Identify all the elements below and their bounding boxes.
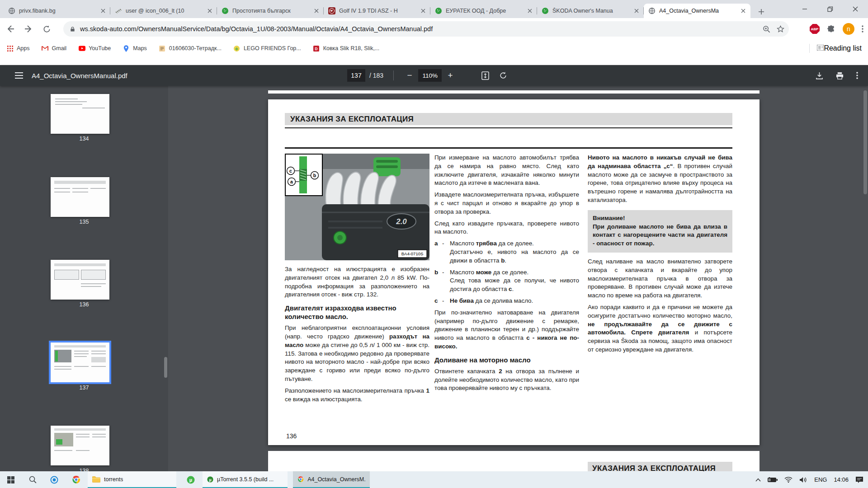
page-scrollbar-thumb[interactable]: [863, 90, 867, 194]
warning-title: Внимание!: [593, 214, 727, 223]
close-window-button[interactable]: [843, 0, 868, 18]
thumbnail-label: 137: [0, 385, 168, 391]
dipstick-inset: c a b: [285, 154, 322, 196]
tab-close-icon[interactable]: [99, 7, 107, 14]
column-3: Нивото на маслото в никакъв случай не би…: [588, 154, 732, 407]
tab-close-icon[interactable]: [526, 7, 533, 14]
clock[interactable]: 14:06: [834, 476, 849, 483]
fit-page-icon[interactable]: [481, 71, 489, 80]
taskbar-item-torrents-folder[interactable]: torrents: [88, 471, 176, 488]
zoom-out-button[interactable]: −: [404, 70, 415, 80]
paragraph: Извадете маслоизмерителната пръчка, избъ…: [434, 191, 579, 216]
browser-menu-icon[interactable]: [862, 25, 863, 33]
paragraph: При измерване на маслото автомобилът тря…: [434, 154, 579, 188]
new-tab-button[interactable]: [756, 6, 767, 17]
paragraph: След наливане на масло внимателно затвор…: [588, 258, 732, 300]
sidebar-scrollbar-thumb[interactable]: [164, 357, 167, 378]
thumbnail-label: 134: [0, 136, 168, 142]
window-controls: [792, 0, 868, 18]
bookmark-notebook[interactable]: 01606030-Тетрадк...: [159, 45, 222, 52]
profile-avatar[interactable]: n: [843, 23, 854, 35]
session-icon: [115, 7, 122, 14]
thumbnail-page-138[interactable]: [51, 426, 109, 465]
view-controls: [481, 71, 507, 80]
paragraph: При неблагоприятни експлоатационни услов…: [285, 324, 429, 384]
tab-octavia-pdf-active[interactable]: A4_Octavia_OwnersMa: [644, 4, 750, 18]
taskbar-item-chrome-pdf[interactable]: A4_Octavia_OwnersM...: [293, 471, 370, 488]
tab-close-icon[interactable]: [206, 7, 213, 14]
svg-text:D: D: [315, 46, 318, 51]
skoda-icon: [435, 7, 442, 14]
paragraph: След като извадите пръчката, проверете н…: [434, 220, 579, 237]
extensions-puzzle-icon[interactable]: [827, 25, 835, 33]
forward-button[interactable]: [21, 21, 36, 37]
thumbnail-page-137-selected[interactable]: [51, 343, 109, 382]
tab-label: privx.fibank.bg: [19, 8, 99, 14]
tab-session[interactable]: user @ icon_006_lt (10: [110, 4, 217, 18]
bookmark-gmail[interactable]: Gmail: [42, 45, 67, 52]
tab-close-icon[interactable]: [633, 7, 640, 14]
minimize-button[interactable]: [792, 0, 817, 18]
tab-golf[interactable]: Golf IV 1.9 TDI ASZ - H: [324, 4, 430, 18]
thumbnail-page-136[interactable]: [51, 260, 109, 300]
maps-pin-icon: [123, 45, 130, 52]
adblock-icon[interactable]: ABP: [810, 24, 820, 34]
tray-chevron-icon[interactable]: [755, 478, 761, 482]
zone-label-a: a: [290, 179, 293, 184]
wifi-icon[interactable]: [784, 477, 793, 483]
bookmark-apps[interactable]: Apps: [6, 45, 30, 52]
speaker-icon[interactable]: [799, 477, 807, 483]
pdf-menu-icon[interactable]: [13, 69, 25, 82]
extension-area: ABP n: [810, 20, 863, 38]
bookmark-star-icon[interactable]: [777, 25, 784, 33]
pdf-actions: [816, 72, 858, 80]
back-button[interactable]: [3, 21, 18, 37]
vw-icon: [328, 7, 335, 14]
chrome-taskbar-icon[interactable]: [65, 471, 87, 488]
utorrent-pinned-icon[interactable]: µ: [180, 471, 202, 488]
oil-level-item-b: b - Маслото може да се долее. След това …: [434, 268, 579, 294]
page-total: / 183: [369, 72, 383, 79]
page-number-input[interactable]: 137: [347, 69, 365, 82]
pdf-more-icon[interactable]: [856, 72, 858, 79]
cortana-icon[interactable]: [43, 471, 65, 488]
zoom-level[interactable]: 110%: [418, 69, 442, 82]
tab-close-icon[interactable]: [740, 7, 747, 14]
rotate-icon[interactable]: [499, 71, 507, 80]
reading-list-button[interactable]: Reading list: [809, 40, 862, 57]
restore-button[interactable]: [817, 0, 843, 18]
tab-euratek[interactable]: ЕУРАТЕК ООД - Добре: [430, 4, 537, 18]
tab-close-icon[interactable]: [420, 7, 427, 14]
oil-level-item-a: a - Маслото трябва да се долее. Достатъч…: [434, 239, 579, 265]
bookmark-kovka[interactable]: D Ковка Slik R18, Slik,...: [313, 45, 380, 52]
print-icon[interactable]: [836, 72, 844, 80]
language-indicator[interactable]: ENG: [814, 476, 827, 483]
notification-center-icon[interactable]: [855, 476, 863, 483]
figure-plate: BA4-0710S: [401, 251, 424, 256]
zoom-page-icon[interactable]: [763, 25, 770, 33]
start-button[interactable]: [0, 471, 22, 488]
tab-fibank[interactable]: privx.fibank.bg: [4, 4, 110, 18]
thumbnail-page-135[interactable]: [51, 177, 109, 217]
taskbar-search-button[interactable]: [22, 471, 43, 488]
bookmark-maps[interactable]: Maps: [123, 45, 147, 52]
download-icon[interactable]: [816, 72, 823, 80]
tab-skoda-manual[interactable]: ŠKODA Owner's Manua: [537, 4, 644, 18]
tab-label: ŠKODA Owner's Manua: [552, 8, 633, 14]
thumbnail-page-134[interactable]: [51, 94, 109, 134]
zoom-controls: − 110% +: [404, 69, 456, 82]
zoom-in-button[interactable]: +: [444, 70, 456, 80]
url-text: ws.skoda-auto.com/OwnersManualService/Da…: [80, 25, 763, 33]
address-bar[interactable]: ws.skoda-auto.com/OwnersManualService/Da…: [63, 21, 789, 37]
figure-caption: За нагледност на илюстрацията е изобразе…: [285, 265, 429, 299]
battery-icon[interactable]: [768, 477, 778, 483]
utorrent-icon: µ: [207, 476, 213, 483]
tab-close-icon[interactable]: [313, 7, 320, 14]
tab-label: A4_Octavia_OwnersMa: [659, 8, 740, 14]
bookmark-lego[interactable]: LEGO FRIENDS Гор...: [233, 45, 301, 52]
reload-button[interactable]: [39, 21, 54, 37]
bookmark-youtube[interactable]: YouTube: [78, 45, 111, 52]
taskbar-item-utorrent[interactable]: µ µTorrent 3.5.5 (build ...: [203, 471, 288, 488]
pdf-toolbar: A4_Octavia_OwnersManual.pdf 137 / 183 − …: [0, 65, 868, 86]
tab-prostotiyata[interactable]: Простотията българск: [217, 4, 324, 18]
